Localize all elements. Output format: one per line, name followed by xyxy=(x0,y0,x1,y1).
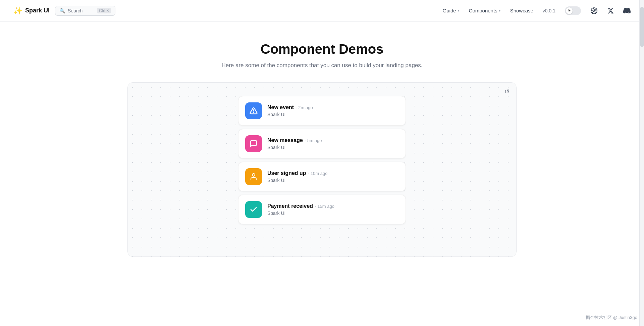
navbar: ✨ Spark UI 🔍 Search Ctrl K Guide ▾ Compo… xyxy=(0,0,644,21)
notif-icon-new-message xyxy=(245,135,262,152)
page-title: Component Demos xyxy=(261,42,384,57)
notif-title-row: New message · 5m ago xyxy=(267,137,399,143)
notif-title: New event xyxy=(267,104,294,110)
notif-body-new-event: New event · 2m ago Spark UI xyxy=(267,104,399,117)
notif-time: · 2m ago xyxy=(296,105,313,110)
notif-icon-payment-received xyxy=(245,201,262,218)
notif-title: User signed up xyxy=(267,170,306,176)
guide-chevron-icon: ▾ xyxy=(458,8,460,13)
showcase-link[interactable]: Showcase xyxy=(510,8,533,13)
notif-body-payment-received: Payment received · 15m ago Spark UI xyxy=(267,203,399,216)
guide-link[interactable]: Guide ▾ xyxy=(443,8,460,13)
notif-source: Spark UI xyxy=(267,178,399,183)
navbar-left: ✨ Spark UI 🔍 Search Ctrl K xyxy=(13,6,115,16)
notif-time: · 10m ago xyxy=(308,171,328,176)
discord-icon[interactable] xyxy=(623,7,631,14)
logo-text: Spark UI xyxy=(25,7,50,14)
notif-source: Spark UI xyxy=(267,145,399,150)
notif-body-new-message: New message · 5m ago Spark UI xyxy=(267,137,399,150)
theme-toggle[interactable]: ☀ xyxy=(565,6,581,15)
theme-toggle-knob: ☀ xyxy=(566,7,573,14)
notif-time: · 15m ago xyxy=(315,204,334,209)
watermark: 掘金技术社区 @ Justin3go xyxy=(586,315,637,321)
notification-card-new-message: New message · 5m ago Spark UI xyxy=(238,129,406,158)
components-chevron-icon: ▾ xyxy=(499,8,501,13)
notif-title-row: New event · 2m ago xyxy=(267,104,399,110)
page-scrollbar[interactable] xyxy=(639,0,644,326)
svg-point-3 xyxy=(252,174,255,176)
page-subtitle: Here are some of the components that you… xyxy=(221,62,422,69)
search-shortcut: Ctrl K xyxy=(97,8,111,13)
scrollbar-thumb xyxy=(640,7,644,47)
search-label: Search xyxy=(68,8,94,13)
notif-title: Payment received xyxy=(267,203,313,209)
github-icon[interactable] xyxy=(590,7,598,14)
main-content: Component Demos Here are some of the com… xyxy=(0,21,644,270)
notification-card-user-signed-up: User signed up · 10m ago Spark UI xyxy=(238,162,406,191)
search-icon: 🔍 xyxy=(59,8,65,13)
notif-icon-user-signed-up xyxy=(245,168,262,185)
notification-card-payment-received: Payment received · 15m ago Spark UI xyxy=(238,195,406,224)
navbar-right: Guide ▾ Components ▾ Showcase v0.0.1 ☀ xyxy=(443,6,631,15)
components-link[interactable]: Components ▾ xyxy=(469,8,501,13)
notif-title: New message xyxy=(267,137,303,143)
notif-time: · 5m ago xyxy=(305,138,322,143)
notification-scroll-area: New event · 2m ago Spark UI New message … xyxy=(238,96,406,228)
notif-body-user-signed-up: User signed up · 10m ago Spark UI xyxy=(267,170,399,183)
notif-icon-new-event xyxy=(245,102,262,119)
logo[interactable]: ✨ Spark UI xyxy=(13,6,50,15)
notif-source: Spark UI xyxy=(267,211,399,216)
version-label: v0.0.1 xyxy=(543,8,555,13)
notif-source: Spark UI xyxy=(267,112,399,117)
demo-container: ↺ New event · 2m ago Spark UI Ne xyxy=(127,82,517,257)
sun-icon: ☀ xyxy=(568,8,571,13)
notification-panel: New event · 2m ago Spark UI New message … xyxy=(238,96,406,228)
notif-title-row: Payment received · 15m ago xyxy=(267,203,399,209)
notif-title-row: User signed up · 10m ago xyxy=(267,170,399,176)
notification-card-new-event: New event · 2m ago Spark UI xyxy=(238,96,406,126)
logo-icon: ✨ xyxy=(13,6,22,15)
twitter-icon[interactable] xyxy=(607,7,614,14)
refresh-button[interactable]: ↺ xyxy=(504,88,509,95)
search-box[interactable]: 🔍 Search Ctrl K xyxy=(55,6,115,16)
